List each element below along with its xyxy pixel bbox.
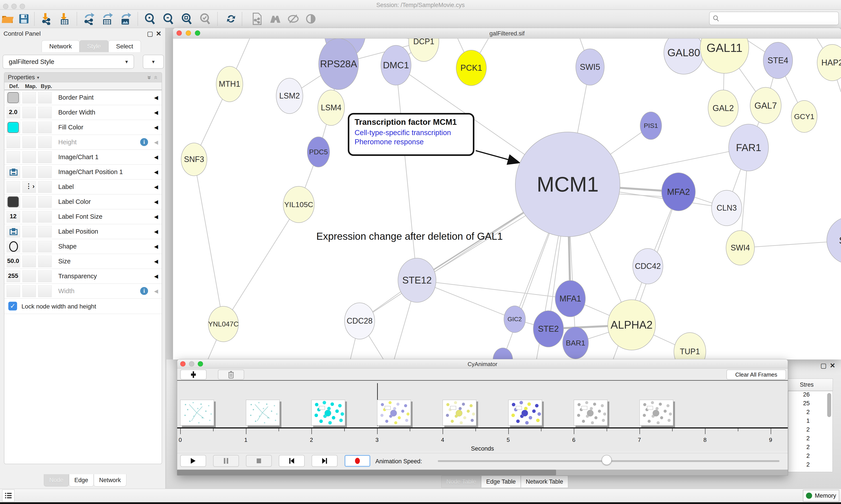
bypass-cell[interactable]: [38, 107, 52, 119]
expand-all-icon[interactable]: »: [146, 75, 153, 79]
import-table-icon[interactable]: [57, 12, 72, 26]
play-button[interactable]: [180, 455, 206, 467]
property-row-border-paint[interactable]: Border Paint◀: [4, 90, 162, 105]
bypass-cell[interactable]: [38, 226, 52, 237]
table-cell-value[interactable]: 2: [788, 426, 833, 435]
tab-edge-table[interactable]: Edge Table: [481, 475, 521, 488]
default-value[interactable]: 50.0: [4, 257, 22, 265]
frame-thumbnail-6[interactable]: [574, 400, 608, 426]
expand-row-icon[interactable]: ◀: [154, 184, 158, 190]
delete-frame-button[interactable]: [218, 370, 244, 380]
property-row-transparency[interactable]: 255Transparency◀: [4, 269, 162, 284]
mapping-cell[interactable]: [22, 196, 36, 208]
mapping-cell[interactable]: [22, 255, 36, 267]
table-cell-value[interactable]: 2: [788, 453, 833, 461]
frame-thumbnail-7[interactable]: [640, 400, 673, 426]
property-row-size[interactable]: 50.0Size◀: [4, 254, 162, 269]
tab-style[interactable]: Style: [79, 40, 108, 52]
show-graphics-details-icon[interactable]: [304, 12, 318, 26]
property-row-fill-color[interactable]: Fill Color◀: [4, 120, 162, 135]
network-node-RPS28A[interactable]: RPS28A: [319, 38, 359, 90]
table-cell-value[interactable]: 26: [788, 391, 833, 400]
network-node-GAL7[interactable]: GAL7: [750, 87, 782, 124]
toolbar-search-box[interactable]: [709, 12, 839, 25]
mapping-cell[interactable]: [22, 270, 36, 282]
color-swatch[interactable]: [7, 196, 19, 207]
property-row-image-chart-position-1[interactable]: Image/Chart Position 1◀: [4, 165, 162, 180]
frame-thumbnail-5[interactable]: [508, 400, 542, 426]
mapping-cell[interactable]: [22, 240, 36, 252]
expand-row-icon[interactable]: ◀: [154, 154, 158, 160]
record-button[interactable]: [344, 455, 370, 467]
property-row-shape[interactable]: Shape◀: [4, 239, 162, 254]
network-node-STE4[interactable]: STE4: [763, 42, 793, 79]
properties-header[interactable]: Properties: [8, 74, 35, 81]
frame-thumbnail-1[interactable]: [246, 400, 280, 426]
network-node-SWI4[interactable]: SWI4: [726, 230, 755, 265]
save-session-icon[interactable]: [17, 12, 31, 26]
network-node-SNF3[interactable]: SNF3: [181, 143, 207, 176]
table-scrollbar[interactable]: [827, 393, 831, 417]
tab-edge[interactable]: Edge: [69, 474, 94, 486]
export-image-icon[interactable]: [118, 12, 133, 26]
float-panel-icon[interactable]: ▢: [147, 30, 153, 37]
network-node-MFA1[interactable]: MFA1: [555, 280, 586, 317]
mapping-cell[interactable]: [22, 122, 36, 133]
bypass-cell[interactable]: [38, 181, 52, 193]
table-cell-value[interactable]: 2: [788, 409, 833, 417]
mapping-cell[interactable]: [22, 285, 36, 297]
add-frame-button[interactable]: [180, 370, 207, 380]
animation-speed-thumb[interactable]: [602, 455, 612, 465]
network-node-ALPHA2[interactable]: ALPHA2: [608, 300, 656, 350]
tab-node-table[interactable]: Node Table: [441, 475, 481, 488]
network-canvas[interactable]: DCP1RPS28ADMC1PCK1SWI5GAL80GAL11STE4HAP2…: [173, 38, 841, 360]
bypass-cell[interactable]: [38, 211, 52, 223]
network-node-MCM1[interactable]: MCM1: [515, 132, 620, 237]
bypass-cell[interactable]: [38, 255, 52, 267]
ellipse-shape-icon[interactable]: [9, 241, 18, 252]
cyanimator-hscrollbar[interactable]: [177, 470, 788, 475]
table-cell-value[interactable]: 1: [788, 417, 833, 426]
default-value-cell[interactable]: [6, 285, 20, 297]
export-table-icon[interactable]: [100, 12, 114, 26]
mcm1-annotation-box[interactable]: Transcription factor MCM1 Cell-type-spec…: [348, 113, 475, 156]
property-row-label-color[interactable]: Label Color◀: [4, 194, 162, 209]
network-node-MFA2[interactable]: MFA2: [661, 173, 696, 211]
info-icon[interactable]: i: [140, 138, 148, 146]
zoom-out-icon[interactable]: [161, 12, 176, 26]
network-node-SWI5[interactable]: SWI5: [576, 49, 605, 85]
info-icon[interactable]: i: [140, 287, 148, 295]
expand-row-icon[interactable]: ◀: [154, 94, 158, 101]
mapping-cell[interactable]: [22, 211, 36, 223]
network-node-BAR1[interactable]: BAR1: [562, 327, 589, 359]
expand-row-icon[interactable]: ◀: [154, 258, 158, 265]
annotation-link[interactable]: Pheromone response: [355, 138, 468, 146]
mapping-cell[interactable]: [22, 166, 36, 178]
network-node-MTH1[interactable]: MTH1: [216, 66, 243, 102]
network-node-STE2[interactable]: STE2: [533, 310, 564, 347]
default-value-cell[interactable]: [6, 137, 20, 148]
frame-thumbnail-0[interactable]: [180, 400, 214, 426]
network-node-YIL105C[interactable]: YIL105C: [283, 186, 315, 223]
tab-network-bottom[interactable]: Network: [94, 474, 126, 486]
mapping-cell[interactable]: [22, 107, 36, 119]
search-input[interactable]: [719, 15, 835, 22]
search-binoculars-icon[interactable]: [268, 12, 283, 26]
go-to-start-button[interactable]: [279, 455, 305, 467]
cyanimator-hscroll-thumb[interactable]: [177, 470, 556, 475]
annotation-link[interactable]: Cell-type-specific transcription: [355, 128, 468, 137]
refresh-view-icon[interactable]: [224, 12, 238, 26]
property-row-label-font-size[interactable]: 12Label Font Size◀: [4, 209, 162, 224]
tab-network[interactable]: Network: [42, 40, 79, 52]
expand-row-icon[interactable]: ◀: [154, 109, 158, 115]
network-node-LSM4[interactable]: LSM4: [318, 90, 345, 126]
bypass-cell[interactable]: [38, 137, 52, 148]
table-cell-value[interactable]: 2: [788, 461, 833, 470]
bypass-cell[interactable]: [38, 151, 52, 163]
network-edge[interactable]: [223, 204, 299, 324]
task-history-button[interactable]: [2, 489, 15, 502]
go-to-end-button[interactable]: [312, 455, 338, 467]
expand-row-icon[interactable]: ◀: [154, 273, 158, 280]
zoom-selected-icon[interactable]: [198, 12, 212, 26]
mapping-cell[interactable]: [22, 226, 36, 237]
